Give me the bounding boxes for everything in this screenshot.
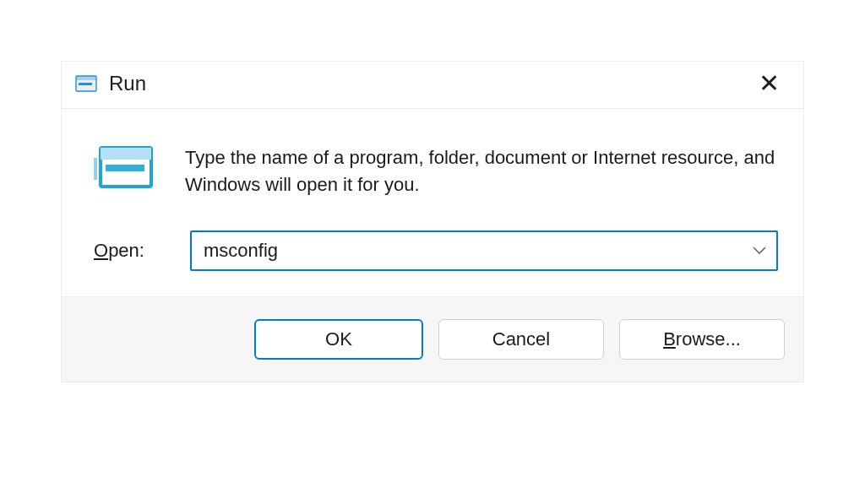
titlebar: Run ✕ xyxy=(62,62,803,109)
dialog-title: Run xyxy=(109,72,146,95)
svg-rect-1 xyxy=(76,76,96,80)
browse-button[interactable]: Browse... xyxy=(619,319,785,360)
open-input[interactable] xyxy=(190,230,778,271)
svg-rect-2 xyxy=(79,83,92,85)
open-label: Open: xyxy=(94,240,170,262)
run-title-icon xyxy=(75,75,97,92)
open-combobox[interactable] xyxy=(190,230,778,271)
svg-rect-5 xyxy=(106,165,144,171)
dialog-description: Type the name of a program, folder, docu… xyxy=(185,143,786,198)
ok-button[interactable]: OK xyxy=(254,319,423,360)
run-icon xyxy=(94,143,155,192)
svg-rect-4 xyxy=(101,148,151,160)
titlebar-left: Run xyxy=(75,72,146,95)
button-bar: OK Cancel Browse... xyxy=(62,296,803,382)
cancel-button[interactable]: Cancel xyxy=(438,319,604,360)
description-row: Type the name of a program, folder, docu… xyxy=(82,143,786,198)
run-dialog: Run ✕ Type the name of a program, folder… xyxy=(61,61,804,382)
input-row: Open: xyxy=(82,230,786,271)
close-button[interactable]: ✕ xyxy=(752,68,786,98)
dialog-content: Type the name of a program, folder, docu… xyxy=(62,109,803,296)
